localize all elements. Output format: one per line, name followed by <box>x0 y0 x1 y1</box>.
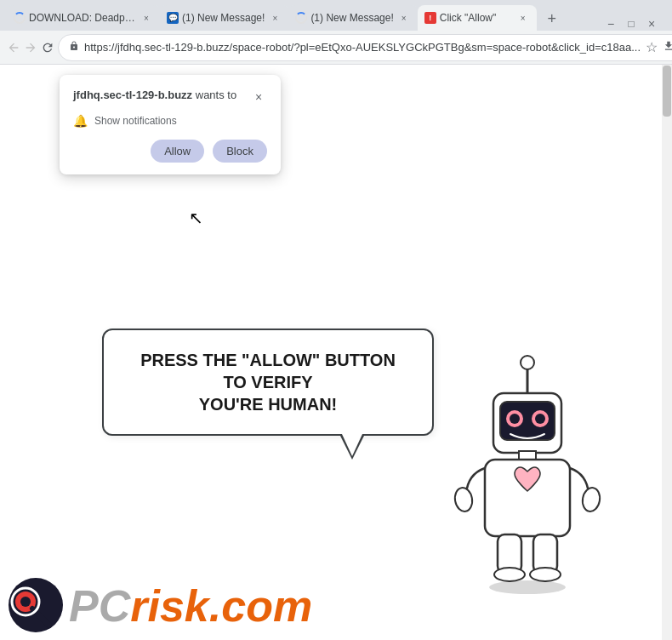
tab-4-title: Click "Allow" <box>440 12 513 24</box>
svg-point-16 <box>489 580 566 594</box>
lock-icon <box>69 40 79 54</box>
address-text: https://jfdhq.sec-tl-129-b.buzz/space-ro… <box>84 41 641 54</box>
svg-point-19 <box>20 597 31 607</box>
svg-point-15 <box>530 568 561 581</box>
show-notifications-label: Show notifications <box>94 115 177 127</box>
tab-3-close[interactable]: × <box>397 11 411 25</box>
notification-actions: Allow Block <box>73 140 267 163</box>
tab-3-favicon <box>295 12 307 24</box>
svg-point-10 <box>453 486 475 512</box>
download-icon[interactable] <box>663 40 672 54</box>
tab-3[interactable]: (1) New Message! × <box>288 5 417 31</box>
notification-show-row: 🔔 Show notifications <box>73 114 267 128</box>
back-button[interactable] <box>7 36 20 60</box>
refresh-button[interactable] <box>41 36 54 60</box>
new-tab-button[interactable]: + <box>540 7 564 31</box>
tab-3-title: (1) New Message! <box>310 12 393 24</box>
robot-illustration <box>442 351 612 589</box>
bell-icon: 🔔 <box>73 114 88 128</box>
notification-header: jfdhq.sec-tl-129-b.buzz wants to × <box>73 89 267 106</box>
notification-close-button[interactable]: × <box>250 89 267 106</box>
block-button[interactable]: Block <box>213 140 267 163</box>
scrollbar[interactable] <box>662 65 672 640</box>
tab-4-close[interactable]: × <box>516 11 530 25</box>
svg-point-1 <box>521 356 534 369</box>
tab-1-favicon <box>14 12 26 24</box>
tab-1[interactable]: DOWNLOAD: Deadpoo... × <box>7 5 160 31</box>
tab-2[interactable]: 💬 (1) New Message! × <box>160 5 288 31</box>
pcrisk-icon <box>9 578 64 633</box>
address-bar[interactable]: https://jfdhq.sec-tl-129-b.buzz/space-ro… <box>58 34 672 61</box>
speech-bubble: PRESS THE "ALLOW" BUTTON TO VERIFY YOU'R… <box>102 329 434 436</box>
scrollbar-thumb[interactable] <box>663 66 671 117</box>
allow-button[interactable]: Allow <box>151 140 204 163</box>
close-button[interactable]: × <box>645 17 658 31</box>
cursor: ↖ <box>189 208 203 228</box>
svg-point-14 <box>494 568 525 581</box>
tab-2-close[interactable]: × <box>268 11 282 25</box>
svg-point-11 <box>581 486 602 512</box>
browser-frame: DOWNLOAD: Deadpoo... × 💬 (1) New Message… <box>0 0 672 640</box>
notification-popup: jfdhq.sec-tl-129-b.buzz wants to × 🔔 Sho… <box>60 75 281 174</box>
tab-4-favicon: ! <box>424 12 436 24</box>
tab-4[interactable]: ! Click "Allow" × <box>418 5 537 31</box>
svg-point-7 <box>535 414 545 424</box>
tab-1-close[interactable]: × <box>140 11 153 25</box>
tab-bar: DOWNLOAD: Deadpoo... × 💬 (1) New Message… <box>0 0 672 31</box>
tab-2-favicon: 💬 <box>167 12 179 24</box>
page-content: jfdhq.sec-tl-129-b.buzz wants to × 🔔 Sho… <box>0 65 672 640</box>
bookmark-icon[interactable]: ☆ <box>646 39 658 55</box>
pcrisk-logo: PCrisk.com <box>9 578 312 633</box>
forward-button[interactable] <box>24 36 37 60</box>
nav-bar: https://jfdhq.sec-tl-129-b.buzz/space-ro… <box>0 31 672 65</box>
pcrisk-text: PCrisk.com <box>69 584 312 628</box>
maximize-button[interactable]: □ <box>624 17 638 31</box>
tab-1-title: DOWNLOAD: Deadpoo... <box>29 12 136 24</box>
notification-site: jfdhq.sec-tl-129-b.buzz wants to <box>73 89 250 101</box>
speech-text: PRESS THE "ALLOW" BUTTON TO VERIFY YOU'R… <box>128 349 408 415</box>
tab-2-title: (1) New Message! <box>182 12 265 24</box>
svg-point-6 <box>510 414 520 424</box>
minimize-button[interactable]: − <box>604 17 618 31</box>
